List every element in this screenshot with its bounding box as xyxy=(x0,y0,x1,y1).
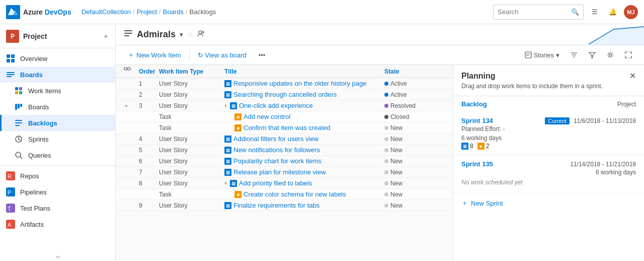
svg-rect-18 xyxy=(15,122,22,123)
sprint-card-135: Sprint 135 11/14/2018 - 11/21/2018 6 wor… xyxy=(453,155,644,193)
fullscreen-button[interactable] xyxy=(621,49,636,60)
row-type-3a: Task xyxy=(159,113,224,120)
favorite-icon[interactable]: ☆ xyxy=(187,31,193,38)
sidebar-item-sprints[interactable]: Sprints xyxy=(0,131,115,147)
row-title-link-8[interactable]: Add priority filed to labels xyxy=(239,179,312,187)
sidebar-item-repos[interactable]: R Repos xyxy=(0,168,115,184)
col-order-header[interactable]: Order xyxy=(139,68,159,75)
sidebar-item-queries[interactable]: Queries xyxy=(0,147,115,163)
stories-dropdown-button[interactable]: Stories ▾ xyxy=(521,49,564,61)
row-title-link-3a[interactable]: Add new control xyxy=(244,113,290,120)
row-title-link-6[interactable]: Popularity chart for work items xyxy=(233,157,321,165)
row-state-9: New xyxy=(384,202,445,209)
project-icon: P xyxy=(6,30,19,43)
sidebar-item-boards-group[interactable]: Boards xyxy=(0,67,115,83)
col-type-header[interactable]: Work Item Type xyxy=(159,68,224,75)
table-row: 2 User Story ▦ Searching through cancell… xyxy=(116,89,453,100)
row-type-4: User Story xyxy=(159,136,224,143)
svg-text:A: A xyxy=(8,222,12,228)
sidebar-item-sprints-label: Sprints xyxy=(28,136,48,143)
row-title-link-3[interactable]: One-click add experience xyxy=(239,102,313,109)
col-title-header[interactable]: Title xyxy=(224,68,384,75)
sidebar-item-artifacts[interactable]: A Artifacts xyxy=(0,216,115,232)
sprint-134-task-icon: ◈ xyxy=(477,143,485,150)
row-title-link-8a[interactable]: Create color schema for new labels xyxy=(244,190,346,198)
settings-button[interactable] xyxy=(603,49,618,60)
filter-button[interactable] xyxy=(585,49,600,60)
notifications-icon[interactable]: 🔔 xyxy=(606,5,620,19)
row-expand-3[interactable]: ＋ xyxy=(124,102,129,109)
list-icon[interactable]: ☰ xyxy=(588,5,602,19)
velocity-chart xyxy=(584,24,644,45)
breadcrumb-project[interactable]: Project xyxy=(137,8,157,16)
toolbar-separator-1 xyxy=(189,50,190,60)
svg-rect-14 xyxy=(15,104,17,110)
title-dropdown-icon[interactable]: ▾ xyxy=(180,31,183,38)
sprint-134-dates: 11/6/2018 - 11/13/2018 xyxy=(574,117,636,124)
filter-panel-button[interactable] xyxy=(567,49,582,60)
sprint-134-name[interactable]: Sprint 134 xyxy=(461,117,541,124)
table-row: 8 User Story ▾ ▦ Add priority filed to l… xyxy=(116,178,453,189)
settings-icon xyxy=(607,51,614,58)
view-as-board-button[interactable]: ↻ View as board xyxy=(194,49,251,61)
col-state-header[interactable]: State xyxy=(384,68,445,75)
row-title-link-2[interactable]: Searching through cancelled orders xyxy=(233,91,337,98)
more-options-button[interactable]: ••• xyxy=(255,49,270,61)
sidebar-add-button[interactable]: ＋ xyxy=(103,32,109,41)
collapse-8[interactable]: ▾ xyxy=(224,180,227,186)
row-title-3b: ◈ Confirm that item was created xyxy=(224,124,384,132)
svg-rect-12 xyxy=(15,91,18,94)
planning-backlog-label[interactable]: Backlog xyxy=(461,100,617,108)
row-state-7: New xyxy=(384,169,445,176)
story-icon-2: ▦ xyxy=(224,91,231,98)
story-icon-6: ▦ xyxy=(224,158,231,165)
sidebar-item-artifacts-label: Artifacts xyxy=(20,221,44,228)
sidebar-item-backlogs[interactable]: Backlogs xyxy=(0,115,115,131)
team-icon[interactable] xyxy=(197,30,205,39)
row-title-link-3b[interactable]: Confirm that item was created xyxy=(244,124,331,132)
collapse-3[interactable]: ▾ xyxy=(224,103,227,108)
row-title-link-5[interactable]: New notifications for followers xyxy=(233,146,320,154)
sidebar-item-boards[interactable]: Boards xyxy=(0,99,115,115)
sprint-134-days: 6 working days xyxy=(461,135,636,142)
breadcrumb-sep-1: / xyxy=(133,8,135,16)
row-state-4: New xyxy=(384,136,445,143)
row-title-link-1[interactable]: Responsive updates on the older history … xyxy=(233,80,367,87)
search-input[interactable] xyxy=(498,8,568,16)
row-title-link-4[interactable]: Addional filters for users view xyxy=(233,135,318,143)
sidebar-item-overview[interactable]: Overview xyxy=(0,50,115,67)
sidebar-item-pipelines[interactable]: P Pipelines xyxy=(0,184,115,200)
story-icon-7: ▦ xyxy=(224,169,231,176)
sidebar-item-boards-sub-label: Boards xyxy=(28,103,49,111)
svg-rect-17 xyxy=(15,120,22,121)
planning-close-button[interactable]: ✕ xyxy=(629,71,636,81)
state-dot-8 xyxy=(384,181,388,185)
boards-group-icon xyxy=(6,70,15,79)
row-title-8a: ◈ Create color schema for new labels xyxy=(224,190,384,198)
toolbar-right: Stories ▾ xyxy=(521,49,636,61)
new-sprint-label: New Sprint xyxy=(471,200,503,207)
row-title-link-9[interactable]: Finalize requirements for tabs xyxy=(233,202,319,209)
avatar[interactable]: MJ xyxy=(624,5,638,19)
backlogs-icon xyxy=(14,118,23,127)
row-title-5: ▦ New notifications for followers xyxy=(224,146,384,154)
svg-text:T: T xyxy=(8,206,11,212)
search-box[interactable]: 🔍 xyxy=(493,5,584,20)
new-work-item-button[interactable]: ＋ New Work Item xyxy=(124,48,185,61)
logo[interactable]: Azure DevOps xyxy=(6,5,71,19)
sprint-135-name[interactable]: Sprint 135 xyxy=(461,160,566,168)
sidebar-item-work-items[interactable]: Work Items xyxy=(0,83,115,99)
view-board-icon: ↻ xyxy=(198,51,203,59)
breadcrumb-boards[interactable]: Boards xyxy=(163,8,184,16)
new-sprint-button[interactable]: ＋ New Sprint xyxy=(453,193,644,213)
row-title-link-7[interactable]: Release plan for milestone view xyxy=(233,168,326,176)
sidebar-item-overview-label: Overview xyxy=(20,55,47,62)
row-title-3a: ◈ Add new control xyxy=(224,113,384,120)
sidebar-item-test-plans[interactable]: T Test Plans xyxy=(0,200,115,216)
breadcrumb-defaultcollection[interactable]: DefaultCollection xyxy=(82,8,131,16)
sidebar-item-queries-label: Queries xyxy=(28,152,51,159)
logo-devops-text: DevOps xyxy=(45,8,71,16)
sidebar-item-repos-label: Repos xyxy=(20,172,39,180)
filter-panel-icon xyxy=(571,51,578,58)
topbar-right: 🔍 ☰ 🔔 MJ xyxy=(493,5,638,20)
